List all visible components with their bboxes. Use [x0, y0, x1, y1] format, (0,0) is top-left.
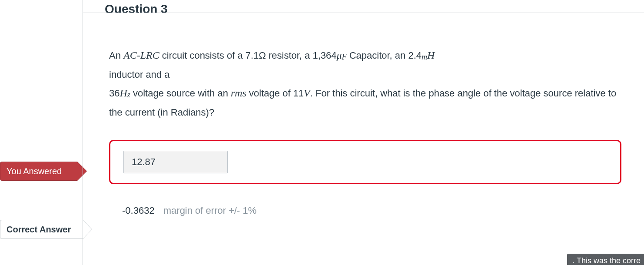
tooltip-text: . This was the corre: [572, 256, 641, 265]
question-title: Question 3: [105, 2, 168, 13]
qt-3b: voltage source with an: [130, 88, 231, 99]
qt-3c: voltage of 11: [246, 88, 304, 99]
qt-3a: 36: [109, 88, 120, 99]
qt-2a: inductor and a: [109, 69, 169, 80]
qt-lrc: LRC: [140, 50, 159, 61]
qt-ac: AC: [123, 50, 137, 61]
question-header: Question 3: [83, 0, 644, 13]
qt-H: H: [427, 50, 435, 61]
qt-dash: -: [137, 50, 140, 61]
qt-rms: rms: [231, 87, 246, 99]
label-column: You Answered Correct Answer: [0, 0, 83, 265]
you-answered-label: You Answered: [7, 166, 62, 176]
correct-answer-row: -0.3632 margin of error +/- 1%: [109, 205, 622, 216]
qt-V: V: [304, 87, 310, 99]
margin-of-error: margin of error +/- 1%: [163, 205, 257, 216]
page-container: You Answered Correct Answer Question 3 A…: [0, 0, 644, 265]
qt-mu: μ: [336, 50, 342, 61]
correct-answer-tag: Correct Answer: [0, 220, 83, 239]
qt-omega: Ω: [259, 50, 266, 61]
qt-1c: resistor, a 1,364: [266, 50, 337, 61]
user-answer-box: 12.87: [109, 140, 621, 184]
hint-tooltip: . This was the corre: [567, 254, 644, 265]
correct-value: -0.3632: [122, 205, 155, 216]
question-text: An AC-LRC circuit consists of a 7.1Ω res…: [109, 46, 622, 122]
qt-1a: An: [109, 50, 123, 61]
qt-1d: Capacitor, an 2.4: [347, 50, 422, 61]
qt-Hzz: z: [127, 90, 130, 99]
qt-m: m: [422, 53, 427, 61]
you-answered-tag: You Answered: [0, 162, 77, 181]
qt-F: F: [342, 53, 347, 61]
qt-HzH: H: [120, 87, 127, 99]
question-column: Question 3 An AC-LRC circuit consists of…: [83, 0, 644, 265]
question-content: An AC-LRC circuit consists of a 7.1Ω res…: [83, 13, 644, 216]
user-answer-value: 12.87: [123, 151, 228, 173]
correct-answer-label: Correct Answer: [7, 225, 71, 235]
qt-1b: circuit consists of a 7.1: [159, 50, 259, 61]
